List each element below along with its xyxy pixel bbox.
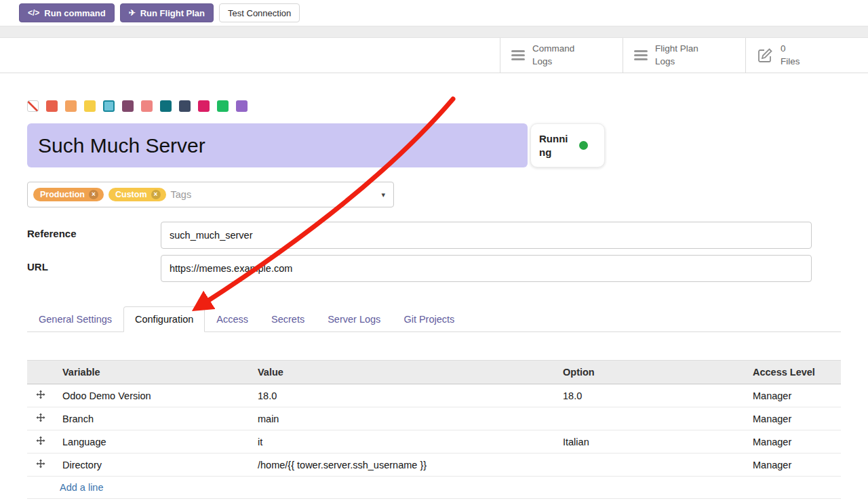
cell-option xyxy=(555,454,745,477)
table-row[interactable]: Odoo Demo Version 18.0 18.0 Manager xyxy=(27,384,841,407)
table-row[interactable]: Branch main Manager xyxy=(27,407,841,430)
command-logs-label: Command Logs xyxy=(532,43,574,67)
edit-pencil-icon xyxy=(757,47,773,64)
status-dot xyxy=(579,141,588,150)
remove-tag-icon[interactable]: × xyxy=(151,190,161,199)
menu-icon xyxy=(634,48,648,62)
dropdown-caret-icon[interactable]: ▾ xyxy=(381,190,385,199)
tab-server-logs[interactable]: Server Logs xyxy=(316,306,392,332)
drag-handle-icon[interactable] xyxy=(27,430,54,454)
color-swatch-plum[interactable] xyxy=(122,100,134,112)
cell-value: it xyxy=(250,430,555,454)
cell-option xyxy=(555,407,745,430)
access-level-column-header: Access Level xyxy=(745,361,841,384)
server-name-input[interactable]: Such Much Server xyxy=(27,123,528,167)
reference-input[interactable] xyxy=(161,222,812,249)
tags-placeholder: Tags xyxy=(171,189,192,200)
url-label: URL xyxy=(27,255,161,273)
flight-plan-logs-label: Flight Plan Logs xyxy=(655,43,698,67)
handle-column-header xyxy=(27,361,54,384)
code-icon: </> xyxy=(28,9,39,17)
run-command-button[interactable]: </> Run command xyxy=(19,3,115,22)
tag-custom[interactable]: Custom × xyxy=(108,188,166,201)
test-connection-label: Test Connection xyxy=(228,8,291,18)
page-divider-band xyxy=(0,26,868,38)
drag-handle-icon[interactable] xyxy=(27,454,54,477)
cell-variable: Odoo Demo Version xyxy=(54,384,250,407)
variable-column-header: Variable xyxy=(54,361,250,384)
cell-access: Manager xyxy=(745,384,841,407)
test-connection-button[interactable]: Test Connection xyxy=(219,3,300,22)
run-command-label: Run command xyxy=(44,8,105,18)
notebook-tabs: General Settings Configuration Access Se… xyxy=(27,306,841,332)
status-label: Running xyxy=(539,132,573,159)
tab-access[interactable]: Access xyxy=(205,306,260,332)
table-row[interactable]: Language it Italian Manager xyxy=(27,430,841,454)
cell-option: Italian xyxy=(555,430,745,454)
tag-label: Custom xyxy=(115,190,147,199)
plane-icon: ✈ xyxy=(129,9,136,17)
add-a-line-link[interactable]: Add a line xyxy=(27,477,841,499)
files-label: 0 Files xyxy=(781,43,800,67)
color-swatch-cyan-selected[interactable] xyxy=(103,100,115,112)
table-row[interactable]: Directory /home/{{ tower.server.ssh_user… xyxy=(27,454,841,477)
color-swatch-navy[interactable] xyxy=(179,100,191,112)
color-swatch-magenta[interactable] xyxy=(198,100,210,112)
table-header-row: Variable Value Option Access Level xyxy=(27,361,841,384)
drag-handle-icon[interactable] xyxy=(27,384,54,407)
drag-handle-icon[interactable] xyxy=(27,407,54,430)
remove-tag-icon[interactable]: × xyxy=(89,190,98,199)
color-swatch-purple[interactable] xyxy=(236,100,248,112)
cell-value: main xyxy=(250,407,555,430)
cell-option: 18.0 xyxy=(555,384,745,407)
url-input[interactable] xyxy=(161,255,812,282)
command-logs-stat-button[interactable]: Command Logs xyxy=(500,38,623,73)
tag-production[interactable]: Production × xyxy=(33,188,104,201)
cell-variable: Branch xyxy=(54,407,250,430)
color-palette xyxy=(27,100,841,112)
form-stat-header: Command Logs Flight Plan Logs 0 Files xyxy=(0,38,868,73)
cell-access: Manager xyxy=(745,430,841,454)
value-column-header: Value xyxy=(250,361,555,384)
reference-label: Reference xyxy=(27,222,161,239)
cell-access: Manager xyxy=(745,454,841,477)
tab-secrets[interactable]: Secrets xyxy=(260,306,316,332)
color-swatch-yellow[interactable] xyxy=(84,100,96,112)
tab-general-settings[interactable]: General Settings xyxy=(27,306,123,332)
cell-value: /home/{{ tower.server.ssh_username }} xyxy=(250,454,555,477)
tab-configuration[interactable]: Configuration xyxy=(123,306,205,332)
files-stat-button[interactable]: 0 Files xyxy=(745,38,868,73)
color-swatch-green[interactable] xyxy=(217,100,229,112)
cell-access: Manager xyxy=(745,407,841,430)
color-swatch-teal[interactable] xyxy=(160,100,172,112)
run-flight-plan-button[interactable]: ✈ Run Flight Plan xyxy=(120,3,214,22)
tags-input[interactable]: Production × Custom × Tags ▾ xyxy=(27,182,394,207)
flight-plan-logs-stat-button[interactable]: Flight Plan Logs xyxy=(623,38,745,73)
run-flight-plan-label: Run Flight Plan xyxy=(140,8,205,18)
cell-variable: Directory xyxy=(54,454,250,477)
form-sheet: Such Much Server Running Production × Cu… xyxy=(0,100,868,499)
color-swatch-red[interactable] xyxy=(46,100,58,112)
cell-value: 18.0 xyxy=(250,384,555,407)
cell-variable: Language xyxy=(54,430,250,454)
menu-icon xyxy=(511,48,525,62)
color-swatch-none[interactable] xyxy=(27,100,39,112)
tag-label: Production xyxy=(40,190,85,199)
top-action-bar: </> Run command ✈ Run Flight Plan Test C… xyxy=(0,0,868,26)
color-swatch-orange[interactable] xyxy=(65,100,77,112)
color-swatch-salmon[interactable] xyxy=(141,100,153,112)
configuration-table: Variable Value Option Access Level Odoo … xyxy=(27,360,841,499)
status-card[interactable]: Running xyxy=(530,123,605,167)
tab-git-projects[interactable]: Git Projects xyxy=(392,306,466,332)
option-column-header: Option xyxy=(555,361,745,384)
